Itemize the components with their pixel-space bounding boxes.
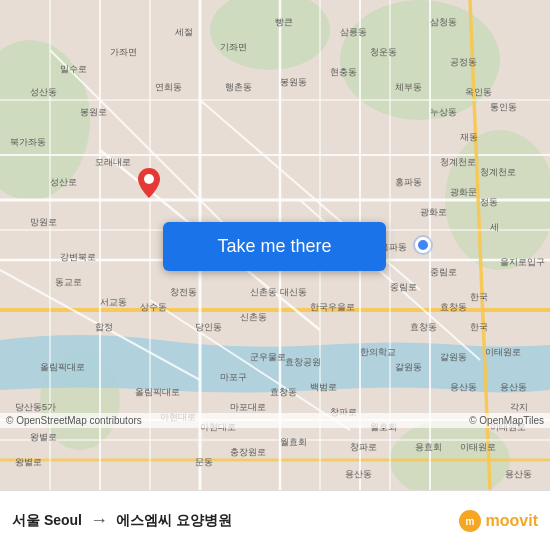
svg-text:한국우을로: 한국우을로	[310, 302, 355, 312]
svg-text:광화로: 광화로	[420, 207, 447, 217]
bottom-bar: 서울 Seoul → 에스엠씨 요양병원 m moovit	[0, 490, 550, 550]
svg-text:광화문: 광화문	[450, 187, 477, 197]
moovit-icon: m	[458, 509, 482, 533]
moovit-brand-text: moovit	[486, 512, 538, 530]
svg-text:올림픽대로: 올림픽대로	[40, 362, 85, 372]
attribution-right: © OpenMapTiles	[469, 415, 544, 426]
svg-text:효창동: 효창동	[410, 322, 437, 332]
svg-text:용산동: 용산동	[500, 382, 527, 392]
svg-text:창파로: 창파로	[350, 442, 377, 452]
svg-text:왕별로: 왕별로	[30, 432, 57, 442]
svg-text:왕별로: 왕별로	[15, 457, 42, 467]
svg-text:월효회: 월효회	[280, 437, 307, 447]
svg-text:성산동: 성산동	[30, 87, 57, 97]
svg-text:효창동: 효창동	[440, 302, 467, 312]
svg-text:모래내로: 모래내로	[95, 157, 131, 167]
svg-text:이태원로: 이태원로	[485, 347, 521, 357]
svg-text:마포구: 마포구	[220, 372, 247, 382]
svg-text:누상동: 누상동	[430, 107, 457, 117]
attribution-left: © OpenStreetMap contributors	[6, 415, 142, 426]
svg-text:서교동: 서교동	[100, 297, 127, 307]
svg-text:청계천로: 청계천로	[480, 167, 516, 177]
origin-label: 서울 Seoul	[12, 512, 82, 530]
svg-text:빵큰: 빵큰	[275, 17, 293, 27]
svg-text:체부동: 체부동	[395, 82, 422, 92]
svg-text:강변북로: 강변북로	[60, 252, 96, 262]
svg-text:홍파동: 홍파동	[395, 177, 422, 187]
svg-text:성산로: 성산로	[50, 177, 77, 187]
svg-text:세절: 세절	[175, 27, 193, 37]
svg-text:삼릉동: 삼릉동	[340, 27, 367, 37]
svg-text:갈원동: 갈원동	[395, 362, 422, 372]
svg-text:한국: 한국	[470, 322, 488, 332]
svg-text:신촌동: 신촌동	[240, 312, 267, 322]
moovit-logo: m moovit	[458, 509, 538, 533]
map-container: 성산동 북가좌동 밀수로 봉원로 가좌면 세절 기좌면 빵큰 삼릉동 청운동 삼…	[0, 0, 550, 490]
svg-text:북가좌동: 북가좌동	[10, 137, 46, 147]
svg-text:현충동: 현충동	[330, 67, 357, 77]
svg-text:가좌면: 가좌면	[110, 47, 137, 57]
svg-text:이태원로: 이태원로	[460, 442, 496, 452]
svg-text:창전동: 창전동	[170, 287, 197, 297]
svg-text:합정: 합정	[95, 322, 113, 332]
svg-text:상수동: 상수동	[140, 302, 167, 312]
svg-text:당인동: 당인동	[195, 322, 222, 332]
svg-text:밀수로: 밀수로	[60, 64, 87, 74]
svg-text:군우물로: 군우물로	[250, 352, 286, 362]
location-pin	[138, 168, 160, 198]
direction-arrow: →	[90, 510, 108, 531]
svg-text:연희동: 연희동	[155, 82, 182, 92]
svg-text:삼청동: 삼청동	[430, 17, 457, 27]
svg-text:청계천로: 청계천로	[440, 157, 476, 167]
svg-text:을지로입구: 을지로입구	[500, 257, 545, 267]
svg-text:올림픽대로: 올림픽대로	[135, 387, 180, 397]
svg-text:백범로: 백범로	[310, 382, 337, 392]
svg-text:재동: 재동	[460, 132, 478, 142]
svg-text:마포대로: 마포대로	[230, 402, 266, 412]
svg-text:정동: 정동	[480, 197, 498, 207]
svg-text:갈원동: 갈원동	[440, 352, 467, 362]
user-location-dot	[415, 237, 431, 253]
svg-text:행촌동: 행촌동	[225, 82, 252, 92]
svg-text:세: 세	[490, 222, 499, 232]
svg-text:한국: 한국	[470, 292, 488, 302]
svg-text:m: m	[465, 516, 474, 527]
svg-text:용산동: 용산동	[505, 469, 532, 479]
svg-text:중림로: 중림로	[430, 267, 457, 277]
svg-text:한의학교: 한의학교	[360, 347, 396, 357]
svg-text:청운동: 청운동	[370, 47, 397, 57]
map-attribution: © OpenStreetMap contributors © OpenMapTi…	[0, 413, 550, 428]
svg-text:기좌면: 기좌면	[220, 42, 247, 52]
svg-text:당산동5가: 당산동5가	[15, 402, 56, 412]
svg-text:충장원로: 충장원로	[230, 447, 266, 457]
svg-text:동교로: 동교로	[55, 277, 82, 287]
svg-text:봉원로: 봉원로	[80, 107, 107, 117]
svg-text:옥인동: 옥인동	[465, 87, 492, 97]
take-me-there-button[interactable]: Take me there	[163, 222, 386, 271]
svg-text:신촌동 대신동: 신촌동 대신동	[250, 287, 307, 297]
svg-point-112	[144, 174, 154, 184]
svg-text:효창동: 효창동	[270, 387, 297, 397]
svg-text:용산동: 용산동	[450, 382, 477, 392]
svg-text:문동: 문동	[195, 457, 213, 467]
svg-text:효창공원: 효창공원	[285, 357, 321, 367]
destination-label: 에스엠씨 요양병원	[116, 512, 232, 530]
svg-text:공정동: 공정동	[450, 57, 477, 67]
svg-text:통인동: 통인동	[490, 102, 517, 112]
svg-text:각지: 각지	[510, 402, 528, 412]
svg-text:용효회: 용효회	[415, 442, 442, 452]
svg-text:중림로: 중림로	[390, 282, 417, 292]
svg-text:용산동: 용산동	[345, 469, 372, 479]
svg-text:망원로: 망원로	[30, 217, 57, 227]
svg-text:봉원동: 봉원동	[280, 77, 307, 87]
